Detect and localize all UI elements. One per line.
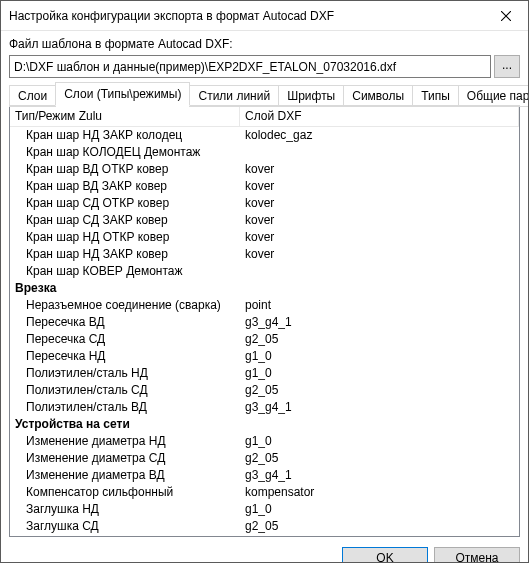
cell-dxf: g1_0 <box>240 365 519 382</box>
cell-dxf <box>240 144 519 161</box>
table-row[interactable]: Кран шар СД ЗАКР коверkover <box>10 212 519 229</box>
table-row[interactable]: Компенсатор сильфонныйkompensator <box>10 484 519 501</box>
cell-dxf: g3_g4_1 <box>240 399 519 416</box>
cell-zulu: Заглушка ВД <box>10 535 240 537</box>
cell-dxf: g2_05 <box>240 450 519 467</box>
cell-dxf: kover <box>240 161 519 178</box>
group-name: Врезка <box>10 280 240 297</box>
cell-zulu: Заглушка НД <box>10 501 240 518</box>
group-name: Устройства на сети <box>10 416 240 433</box>
cell-dxf: g1_0 <box>240 348 519 365</box>
grid-body[interactable]: Кран шар НД ЗАКР колодецkolodec_gazКран … <box>10 127 519 537</box>
table-row[interactable]: Пересечка СДg2_05 <box>10 331 519 348</box>
cell-zulu: Кран шар ВД ЗАКР ковер <box>10 178 240 195</box>
cancel-button[interactable]: Отмена <box>434 547 520 563</box>
cell-dxf: kover <box>240 246 519 263</box>
table-row[interactable]: Кран шар ВД ОТКР коверkover <box>10 161 519 178</box>
grid-header: Тип/Режим Zulu Слой DXF <box>10 107 519 127</box>
tab-general[interactable]: Общие параметры <box>458 85 529 107</box>
grid: Тип/Режим Zulu Слой DXF Кран шар НД ЗАКР… <box>9 107 520 537</box>
table-row[interactable]: Заглушка НДg1_0 <box>10 501 519 518</box>
titlebar: Настройка конфигурации экспорта в формат… <box>1 1 528 31</box>
cell-dxf: g2_05 <box>240 518 519 535</box>
tab-fonts[interactable]: Шрифты <box>278 85 344 107</box>
cell-dxf: kover <box>240 178 519 195</box>
table-row[interactable]: Кран шар НД ЗАКР коверkover <box>10 246 519 263</box>
cell-zulu: Компенсатор сильфонный <box>10 484 240 501</box>
tab-types[interactable]: Типы <box>412 85 459 107</box>
table-row[interactable]: Кран шар КОЛОДЕЦ Демонтаж <box>10 144 519 161</box>
table-row[interactable]: Изменение диаметра СДg2_05 <box>10 450 519 467</box>
cell-zulu: Кран шар СД ОТКР ковер <box>10 195 240 212</box>
table-row[interactable]: Кран шар КОВЕР Демонтаж <box>10 263 519 280</box>
template-path-input[interactable] <box>9 55 491 78</box>
table-row[interactable]: Пересечка ВДg3_g4_1 <box>10 314 519 331</box>
table-row[interactable]: Полиэтилен/сталь НДg1_0 <box>10 365 519 382</box>
table-row[interactable]: Неразъемное соединение (сварка)point <box>10 297 519 314</box>
cell-zulu: Кран шар КОВЕР Демонтаж <box>10 263 240 280</box>
column-header-dxf[interactable]: Слой DXF <box>240 107 519 126</box>
cell-dxf <box>240 263 519 280</box>
cell-zulu: Полиэтилен/сталь НД <box>10 365 240 382</box>
cell-zulu: Изменение диаметра НД <box>10 433 240 450</box>
cell-zulu: Пересечка НД <box>10 348 240 365</box>
cell-dxf: point <box>240 297 519 314</box>
cell-zulu: Заглушка СД <box>10 518 240 535</box>
cell-zulu: Изменение диаметра СД <box>10 450 240 467</box>
table-row[interactable]: Изменение диаметра ВДg3_g4_1 <box>10 467 519 484</box>
table-row[interactable]: Заглушка ВДg3_g4_1 <box>10 535 519 537</box>
table-row[interactable]: Заглушка СДg2_05 <box>10 518 519 535</box>
cell-dxf: g1_0 <box>240 501 519 518</box>
cell-dxf: kover <box>240 229 519 246</box>
cell-dxf: g3_g4_1 <box>240 467 519 484</box>
table-row[interactable]: Кран шар НД ОТКР коверkover <box>10 229 519 246</box>
cell-dxf: kover <box>240 195 519 212</box>
ok-button[interactable]: OK <box>342 547 428 563</box>
cell-zulu: Полиэтилен/сталь СД <box>10 382 240 399</box>
cell-zulu: Кран шар СД ЗАКР ковер <box>10 212 240 229</box>
table-row[interactable]: Пересечка НДg1_0 <box>10 348 519 365</box>
tab-line-styles[interactable]: Стили линий <box>189 85 279 107</box>
cell-zulu: Неразъемное соединение (сварка) <box>10 297 240 314</box>
button-bar: OK Отмена <box>1 537 528 563</box>
table-row[interactable]: Кран шар ВД ЗАКР коверkover <box>10 178 519 195</box>
cell-dxf: g3_g4_1 <box>240 314 519 331</box>
cell-zulu: Кран шар ВД ОТКР ковер <box>10 161 240 178</box>
table-row[interactable]: Полиэтилен/сталь СДg2_05 <box>10 382 519 399</box>
window-title: Настройка конфигурации экспорта в формат… <box>9 9 483 23</box>
table-row[interactable]: Изменение диаметра НДg1_0 <box>10 433 519 450</box>
cell-zulu: Кран шар НД ЗАКР ковер <box>10 246 240 263</box>
cell-dxf: g2_05 <box>240 331 519 348</box>
template-label: Файл шаблона в формате Autocad DXF: <box>9 37 520 51</box>
close-button[interactable] <box>483 1 528 31</box>
cell-dxf: g3_g4_1 <box>240 535 519 537</box>
cell-zulu: Пересечка СД <box>10 331 240 348</box>
cell-zulu: Полиэтилен/сталь ВД <box>10 399 240 416</box>
close-icon <box>501 11 511 21</box>
table-row[interactable]: Полиэтилен/сталь ВДg3_g4_1 <box>10 399 519 416</box>
table-row[interactable]: Кран шар НД ЗАКР колодецkolodec_gaz <box>10 127 519 144</box>
cell-zulu: Кран шар НД ОТКР ковер <box>10 229 240 246</box>
column-header-zulu[interactable]: Тип/Режим Zulu <box>10 107 240 126</box>
cell-zulu: Пересечка ВД <box>10 314 240 331</box>
group-header: Врезка <box>10 280 519 297</box>
group-header: Устройства на сети <box>10 416 519 433</box>
cell-dxf: kompensator <box>240 484 519 501</box>
browse-button[interactable]: ... <box>494 55 520 78</box>
cell-zulu: Кран шар КОЛОДЕЦ Демонтаж <box>10 144 240 161</box>
tab-bar: Слои Слои (Типы\режимы) Стили линий Шриф… <box>9 84 520 106</box>
cell-dxf: kolodec_gaz <box>240 127 519 144</box>
table-row[interactable]: Кран шар СД ОТКР коверkover <box>10 195 519 212</box>
cell-zulu: Изменение диаметра ВД <box>10 467 240 484</box>
tab-layers-types[interactable]: Слои (Типы\режимы) <box>55 82 190 106</box>
cell-dxf: g2_05 <box>240 382 519 399</box>
tab-symbols[interactable]: Символы <box>343 85 413 107</box>
cell-dxf: g1_0 <box>240 433 519 450</box>
cell-dxf: kover <box>240 212 519 229</box>
cell-zulu: Кран шар НД ЗАКР колодец <box>10 127 240 144</box>
tab-layers[interactable]: Слои <box>9 85 56 107</box>
